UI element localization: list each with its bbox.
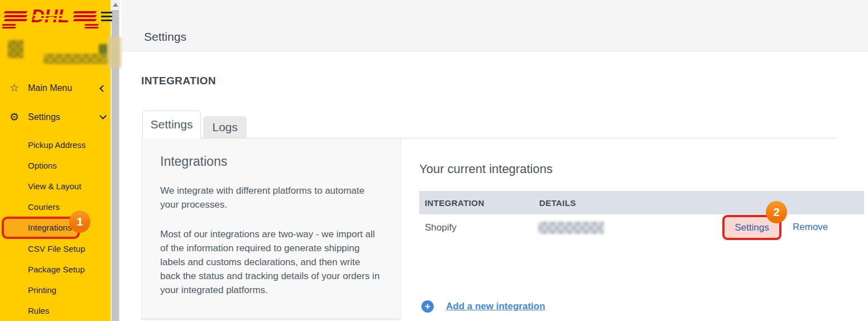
panel-paragraph: Most of our integrations are two-way - w… <box>160 227 381 297</box>
annotation-box-integrations: Integrations <box>2 217 80 239</box>
add-new-integration-link[interactable]: Add a new integration <box>446 301 545 312</box>
page-title: Settings <box>144 30 186 44</box>
sidebar-item-settings[interactable]: ⚙ Settings <box>0 112 111 125</box>
sidebar-item-view-layout[interactable]: View & Layout <box>28 181 81 193</box>
sidebar: DHL ☆ Main Menu ⚙ Settings Pickup Addres… <box>0 0 111 321</box>
redacted-user-avatar <box>8 40 23 58</box>
sidebar-item-pickup-address[interactable]: Pickup Address <box>28 140 85 151</box>
gear-icon: ⚙ <box>9 111 23 123</box>
sidebar-item-package-setup[interactable]: Package Setup <box>28 265 85 276</box>
sidebar-item-rules[interactable]: Rules <box>28 306 49 317</box>
sidebar-item-main-menu[interactable]: ☆ Main Menu <box>0 83 111 96</box>
integration-name: Shopify <box>425 222 457 233</box>
sidebar-item-couriers[interactable]: Couriers <box>28 202 60 213</box>
page-header: Settings <box>122 0 868 51</box>
plus-icon[interactable]: + <box>421 300 434 313</box>
tabstrip-divider <box>141 138 837 138</box>
panel-heading: Integrations <box>160 154 378 169</box>
main-content: Settings INTEGRATION Settings Logs Integ… <box>120 0 868 321</box>
sidebar-item-printing[interactable]: Printing <box>28 285 56 296</box>
redacted-user-name <box>44 54 109 64</box>
panel-divider <box>142 319 401 319</box>
star-icon: ☆ <box>9 82 23 94</box>
table-header-row: INTEGRATION DETAILS <box>419 191 864 214</box>
chevron-down-icon <box>99 112 107 119</box>
sidebar-item-options[interactable]: Options <box>28 161 57 172</box>
sidebar-item-integrations[interactable]: Integrations <box>28 223 71 232</box>
current-integrations-heading: Your current integrations <box>419 162 553 176</box>
dhl-logo-speedlines-left <box>4 11 27 21</box>
column-header-integration: INTEGRATION <box>425 198 539 208</box>
add-integration-row: + Add a new integration <box>421 300 545 313</box>
dhl-logo[interactable]: DHL <box>4 7 96 25</box>
redacted-details <box>538 222 604 234</box>
sidebar-item-label: Main Menu <box>28 83 72 93</box>
scroll-up-icon[interactable] <box>113 3 118 7</box>
dhl-logo-speedlines-right <box>74 11 96 21</box>
tab-settings[interactable]: Settings <box>142 111 201 138</box>
column-header-details: DETAILS <box>539 198 864 208</box>
annotation-step-1-badge: 1 <box>69 210 90 233</box>
annotation-step-2-badge: 2 <box>766 201 787 223</box>
chevron-left-icon <box>99 85 107 92</box>
section-title: INTEGRATION <box>141 75 216 87</box>
table-row: Shopify Settings 2 Remove <box>419 214 864 241</box>
sidebar-item-label: Settings <box>28 112 60 122</box>
hamburger-menu-icon[interactable] <box>101 12 112 23</box>
panel-paragraph: We integrate with different platforms to… <box>160 184 381 212</box>
sidebar-item-csv-file-setup[interactable]: CSV File Setup <box>28 244 85 255</box>
tab-logs[interactable]: Logs <box>203 116 247 138</box>
row-remove-button[interactable]: Remove <box>793 222 828 233</box>
redacted-overlay <box>107 37 121 68</box>
integrations-table: INTEGRATION DETAILS Shopify Settings 2 R… <box>419 191 864 241</box>
integrations-info-panel: Integrations We integrate with different… <box>141 138 401 321</box>
